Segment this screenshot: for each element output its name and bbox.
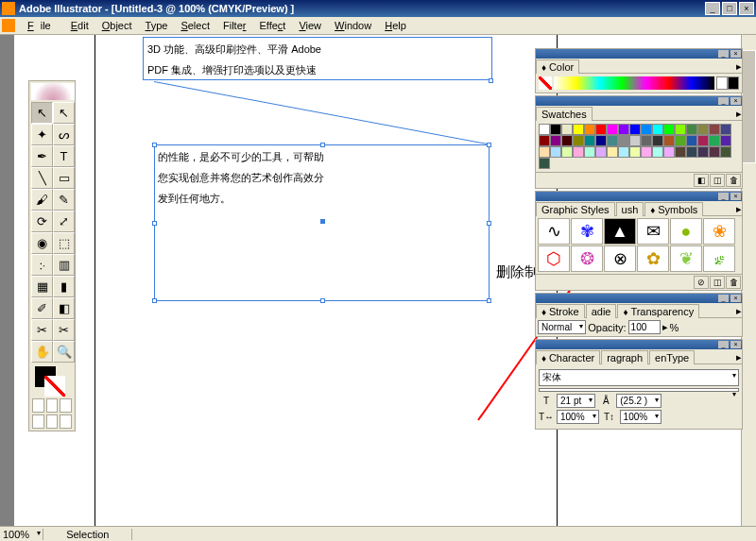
swatch[interactable] [573,146,584,158]
menu-help[interactable]: Help [378,18,413,33]
swatch[interactable] [584,124,595,135]
panel-close-icon[interactable]: × [730,341,741,348]
hscale-input[interactable]: 100% [557,410,599,424]
close-button[interactable]: × [739,2,754,15]
line-tool[interactable]: ╲ [31,167,53,189]
font-family-select[interactable]: 宋体 [539,369,739,386]
swatch[interactable] [561,124,573,135]
panel-menu-icon[interactable]: ▸ [736,203,742,215]
style-swatch[interactable]: ✉ [637,218,669,245]
swatch[interactable] [675,135,686,146]
panel-minimize-icon[interactable]: _ [718,193,729,200]
swatch-delete-icon[interactable]: 🗑 [726,174,741,187]
swatch[interactable] [618,135,629,146]
blend-mode-select[interactable]: Normal [538,320,586,334]
style-swatch[interactable]: ⸙ [703,245,735,272]
swatch[interactable] [629,124,641,135]
zoom-tool[interactable]: 🔍 [53,341,75,363]
swatch[interactable] [550,124,561,135]
menu-type[interactable]: Type [139,18,175,33]
swatch[interactable] [595,135,607,146]
style-swatch[interactable]: ❀ [703,218,735,245]
scrollbar-thumb[interactable] [742,50,756,163]
paintbrush-tool[interactable]: 🖌 [31,189,53,211]
mesh-tool[interactable]: ▦ [31,276,53,297]
swatch[interactable] [629,135,641,146]
swatch[interactable] [607,124,618,135]
white-swatch[interactable] [716,76,728,90]
panel-minimize-icon[interactable]: _ [718,97,729,105]
rotate-tool[interactable]: ⟳ [31,211,53,232]
artboard[interactable]: 3D 功能、高级印刷控件、平滑 Adobe PDF 集成、增强打印选项以及更快速 [94,35,558,526]
doc-sys-icon[interactable] [2,19,15,32]
handle-nw[interactable] [152,143,157,147]
handle-w[interactable] [152,221,157,226]
panel-close-icon[interactable]: × [730,97,741,105]
tab-symbols[interactable]: ♦ Symbols [644,202,703,216]
tab-swatches[interactable]: Swatches [536,107,593,121]
scale-tool[interactable]: ⤢ [53,211,75,232]
handle-s[interactable] [320,298,325,303]
swatch[interactable] [663,146,675,158]
minimize-button[interactable]: _ [705,2,720,15]
tab-opentype[interactable]: enType [649,350,695,364]
swatch[interactable] [618,146,629,158]
style-swatch[interactable]: ⬡ [538,245,570,272]
type-tool[interactable]: T [53,145,75,167]
swatch[interactable] [709,146,720,158]
black-swatch[interactable] [728,76,739,90]
swatch[interactable] [539,146,550,158]
panel-close-icon[interactable]: × [730,295,741,302]
swatch[interactable] [561,146,573,158]
panel-close-icon[interactable]: × [730,50,741,58]
handle-ne[interactable] [487,143,491,147]
swatch[interactable] [584,146,595,158]
swatch[interactable] [641,124,652,135]
style-swatch[interactable]: ▲ [604,218,636,245]
screen-mode-full-menu[interactable] [46,414,59,429]
swatch[interactable] [675,146,686,158]
warp-tool[interactable]: ◉ [31,232,53,254]
tab-color[interactable]: ♦ Color [536,59,579,74]
swatch[interactable] [607,135,618,146]
swatch[interactable] [697,135,709,146]
tab-graphic-styles[interactable]: Graphic Styles [536,202,615,216]
handle-e[interactable] [487,221,491,226]
text-frame-2[interactable]: 的性能，是必不可少的工具，可帮助 您实现创意并将您的艺术创作高效分 发到任何地方… [158,146,324,209]
screen-mode-full[interactable] [60,414,72,429]
gradient-tool[interactable]: ▮ [53,276,75,297]
style-swatch[interactable]: ❦ [670,245,702,272]
opacity-input[interactable]: 100 [628,320,661,334]
swatch[interactable] [641,135,652,146]
hand-tool[interactable]: ✋ [31,341,53,363]
swatch[interactable] [539,158,550,169]
text1-outport-icon[interactable] [489,78,493,83]
menu-object[interactable]: Object [95,18,139,33]
tab-gradient[interactable]: adie [586,304,617,318]
swatch[interactable] [629,146,641,158]
swatch[interactable] [652,146,663,158]
color-mode-icon[interactable] [32,398,44,413]
swatch[interactable] [641,146,652,158]
handle-sw[interactable] [152,298,157,303]
swatch[interactable] [720,135,731,146]
swatch[interactable] [663,135,675,146]
style-swatch[interactable]: ∿ [538,218,570,245]
swatch[interactable] [720,124,731,135]
swatch-show-icon[interactable]: ◧ [694,174,709,187]
swatch[interactable] [663,124,675,135]
menu-view[interactable]: View [292,18,328,33]
style-delete-icon[interactable]: 🗑 [726,276,741,289]
swatch[interactable] [595,146,607,158]
pen-tool[interactable]: ✒ [31,145,53,167]
none-swatch-icon[interactable] [539,76,552,90]
swatch-new-icon[interactable]: ◫ [710,174,725,187]
menu-effect[interactable]: Effect [252,18,292,33]
font-size-input[interactable]: 21 pt [557,394,595,408]
panel-menu-icon[interactable]: ▸ [736,60,742,73]
panel-menu-icon[interactable]: ▸ [736,305,742,317]
menu-edit[interactable]: Edit [64,18,95,33]
swatch[interactable] [709,124,720,135]
scissors-tool[interactable]: ✂ [53,319,75,341]
menu-window[interactable]: Window [328,18,378,33]
